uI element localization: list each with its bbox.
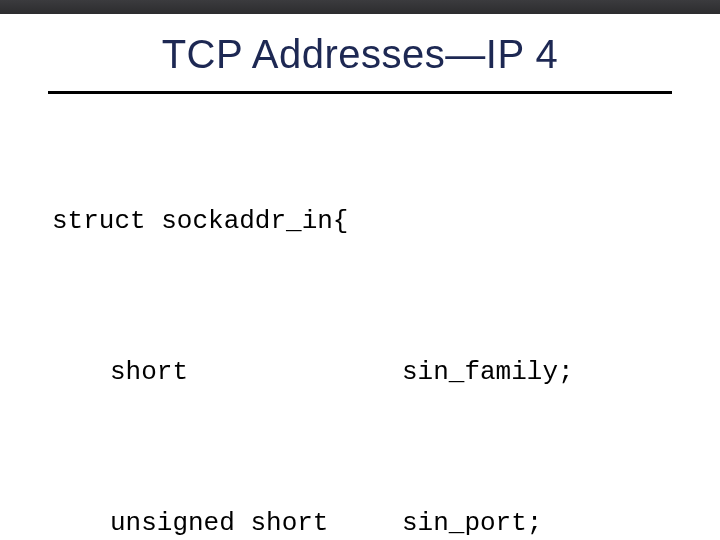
title-underline — [48, 91, 672, 94]
code-block: struct sockaddr_in{ short sin_family; un… — [48, 128, 672, 540]
code-line-open: struct sockaddr_in{ — [52, 203, 672, 241]
code-field-row: short sin_family; — [52, 354, 672, 392]
top-accent-bar — [0, 0, 720, 14]
field-type: short — [52, 354, 188, 392]
code-field-row: unsigned short sin_port; — [52, 505, 672, 540]
slide-body: TCP Addresses—IP 4 struct sockaddr_in{ s… — [0, 14, 720, 540]
field-name: sin_family; — [402, 354, 672, 392]
field-type: unsigned short — [52, 505, 328, 540]
field-name: sin_port; — [402, 505, 672, 540]
slide-title: TCP Addresses—IP 4 — [48, 32, 672, 91]
